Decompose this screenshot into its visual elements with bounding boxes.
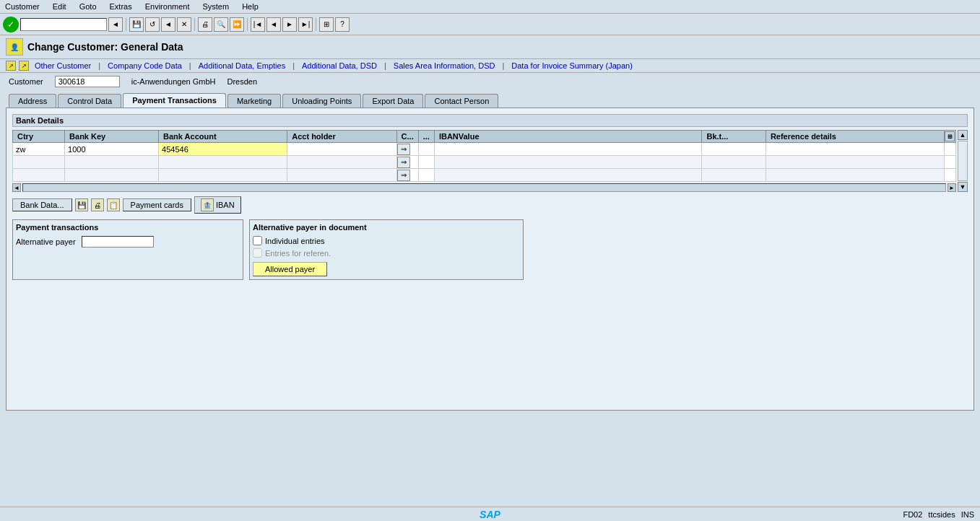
table-nav: ◄ ►	[12, 183, 956, 192]
payment-cards-button[interactable]: Payment cards	[123, 198, 191, 211]
prev2-btn[interactable]: ◄	[266, 17, 281, 32]
cell-bankkey-1[interactable]: 1000	[65, 143, 159, 156]
col-acctholder: Acct holder	[287, 131, 396, 143]
cell-bkt-3[interactable]	[702, 169, 766, 182]
cell-ctry-1[interactable]: zw	[13, 143, 65, 156]
grid-btn[interactable]: ⊞	[319, 17, 334, 32]
bank-details-wrapper: Ctry Bank Key Bank Account Acct holder C…	[12, 130, 968, 192]
sub-nav-icon2: ↗	[19, 61, 29, 71]
tab-unloading-points[interactable]: Unloading Points	[282, 94, 361, 108]
cell-dots-2	[418, 156, 434, 169]
confirm-button[interactable]: ✓	[3, 17, 19, 32]
menu-system[interactable]: System	[200, 1, 231, 12]
hscroll-left[interactable]: ◄	[12, 183, 21, 192]
cell-refdetails-2[interactable]	[766, 156, 944, 169]
cell-bkt-1[interactable]	[702, 143, 766, 156]
refresh-button[interactable]: ↺	[145, 17, 160, 32]
menu-extras[interactable]: Extras	[108, 1, 134, 12]
row-arrow-1[interactable]: ⇒	[397, 144, 410, 155]
vscroll-up[interactable]: ▲	[958, 130, 968, 140]
bank-data-button[interactable]: Bank Data...	[12, 198, 72, 211]
cell-bankaccount-2[interactable]	[159, 156, 287, 169]
row-arrow-2[interactable]: ⇒	[397, 157, 410, 168]
allowed-payer-button[interactable]: Allowed payer	[253, 262, 327, 276]
cell-bankaccount-3[interactable]	[159, 169, 287, 182]
cell-ibanvalue-1[interactable]	[434, 143, 702, 156]
first-btn[interactable]: |◄	[251, 17, 265, 32]
cell-acctholder-1[interactable]	[287, 143, 396, 156]
sap-logo: SAP	[480, 509, 500, 520]
bank-table-container: Ctry Bank Key Bank Account Acct holder C…	[12, 130, 956, 192]
cell-dots-3	[418, 169, 434, 182]
back-button[interactable]: ◄	[108, 17, 123, 32]
cell-bkt-2[interactable]	[702, 156, 766, 169]
tab-control-data[interactable]: Control Data	[58, 94, 121, 108]
cell-ctry-2[interactable]	[13, 156, 65, 169]
sub-nav-company-code[interactable]: Company Code Data	[105, 61, 185, 71]
cell-last-1	[945, 143, 956, 156]
menu-edit[interactable]: Edit	[51, 1, 69, 12]
cell-last-3	[945, 169, 956, 182]
tab-export-data[interactable]: Export Data	[363, 94, 423, 108]
cell-bankaccount-1[interactable]: 454546	[159, 143, 287, 156]
next-btn[interactable]: ►	[282, 17, 297, 32]
menu-customer[interactable]: Customer	[3, 1, 42, 12]
vscroll-down[interactable]: ▼	[958, 182, 968, 192]
last-btn[interactable]: ►|	[298, 17, 313, 32]
separator-1	[126, 18, 126, 31]
cell-acctholder-3[interactable]	[287, 169, 396, 182]
col-ibanvalue: IBANValue	[434, 131, 702, 143]
menu-help[interactable]: Help	[240, 1, 261, 12]
sub-nav-additional-empties[interactable]: Additional Data, Empties	[196, 61, 288, 71]
hscroll-right[interactable]: ►	[948, 183, 956, 192]
sub-nav-other-customer[interactable]: Other Customer	[32, 61, 94, 71]
sub-nav-icon: ↗	[6, 61, 16, 71]
individual-entries-checkbox[interactable]	[253, 236, 262, 245]
find-next[interactable]: ⏩	[230, 17, 244, 32]
sub-nav-invoice-japan[interactable]: Data for Invoice Summary (Japan)	[508, 61, 636, 71]
bank-table: Ctry Bank Key Bank Account Acct holder C…	[12, 130, 956, 182]
page-title: Change Customer: General Data	[27, 41, 183, 53]
print-button[interactable]: 🖨	[198, 17, 212, 32]
col-resize-icon[interactable]: ⊞	[945, 131, 955, 141]
main-content: Bank Details Ctry Bank Key Bank Account …	[6, 108, 974, 411]
customer-id-input[interactable]	[55, 76, 120, 87]
cell-bankkey-3[interactable]	[65, 169, 159, 182]
tab-address[interactable]: Address	[9, 94, 56, 108]
menu-goto[interactable]: Goto	[77, 1, 99, 12]
stop-button[interactable]: ✕	[177, 17, 191, 32]
table-row: zw 1000 454546 ⇒	[13, 143, 956, 156]
cell-acctholder-2[interactable]	[287, 156, 396, 169]
command-input[interactable]	[20, 18, 107, 31]
cell-dots-1	[418, 143, 434, 156]
menu-environment[interactable]: Environment	[143, 1, 192, 12]
entries-referen-checkbox[interactable]	[253, 248, 262, 258]
print-icon-btn[interactable]: 🖨	[91, 198, 104, 211]
find-button[interactable]: 🔍	[214, 17, 228, 32]
tab-payment-transactions[interactable]: Payment Transactions	[123, 93, 226, 108]
col-refdetails: Reference details	[766, 131, 944, 143]
cell-bankkey-2[interactable]	[65, 156, 159, 169]
individual-entries-label: Individual entries	[265, 237, 325, 245]
save-button[interactable]: 💾	[129, 17, 144, 32]
sub-nav-additional-dsd[interactable]: Additional Data, DSD	[299, 61, 380, 71]
detail-icon-btn[interactable]: 📋	[107, 198, 120, 211]
cell-ctry-3[interactable]	[13, 169, 65, 182]
iban-button[interactable]: 🏦 IBAN	[194, 196, 241, 214]
tab-marketing[interactable]: Marketing	[227, 94, 281, 108]
prev-button[interactable]: ◄	[161, 17, 175, 32]
help-btn[interactable]: ?	[335, 17, 350, 32]
row-arrow-3[interactable]: ⇒	[397, 170, 410, 181]
title-bar: 👤 Change Customer: General Data	[0, 35, 980, 59]
hscroll-track[interactable]	[22, 183, 946, 192]
cell-refdetails-3[interactable]	[766, 169, 944, 182]
entries-referen-label: Entries for referen.	[265, 249, 331, 258]
alt-payer-input[interactable]	[82, 236, 154, 248]
tab-contact-person[interactable]: Contact Person	[425, 94, 498, 108]
cell-refdetails-1[interactable]	[766, 143, 944, 156]
save-icon-btn[interactable]: 💾	[75, 198, 88, 211]
vscroll-track[interactable]	[958, 141, 968, 181]
sub-nav-sales-area[interactable]: Sales Area Information, DSD	[391, 61, 498, 71]
cell-ibanvalue-2[interactable]	[434, 156, 702, 169]
cell-ibanvalue-3[interactable]	[434, 169, 702, 182]
